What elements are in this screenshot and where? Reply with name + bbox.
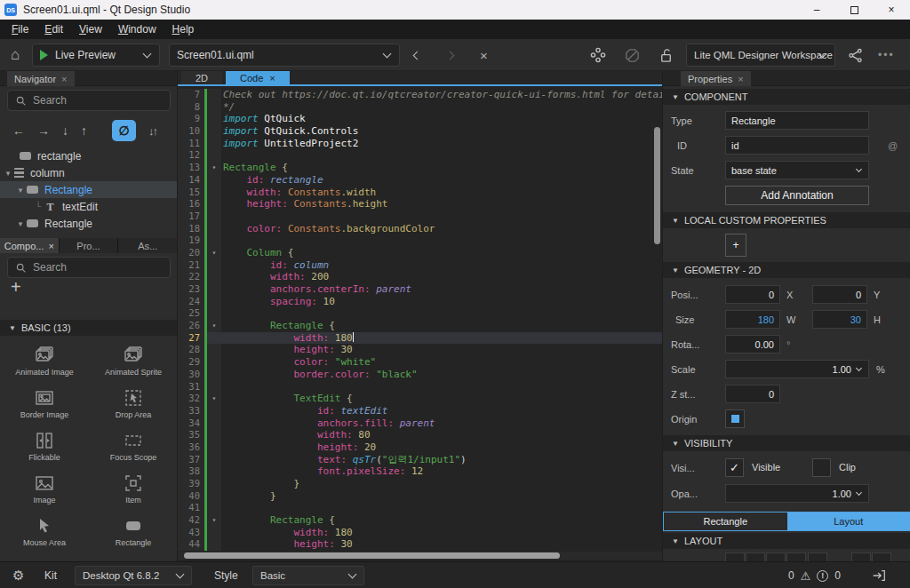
scrollbar-thumb[interactable] (184, 552, 560, 559)
expander-icon[interactable]: ▾ (14, 186, 27, 195)
filter-toggle-button[interactable]: ∅ (112, 120, 136, 141)
code-line-38[interactable]: 38 font.pixelSize: 12 (178, 465, 662, 478)
tree-item-rectangle[interactable]: rectangle (0, 147, 178, 164)
code-line-36[interactable]: 36 height: 20 (178, 441, 662, 454)
close-icon[interactable]: × (738, 74, 743, 84)
file-selector-dropdown[interactable]: Screen01.ui.qml (169, 44, 400, 67)
tree-item-rectangle[interactable]: ▾Rectangle (0, 215, 178, 232)
component-flickable[interactable]: Flickable (0, 425, 89, 467)
code-line-28[interactable]: 28 height: 30 (178, 344, 662, 356)
components-search-input[interactable]: Search (7, 257, 171, 278)
anchor-button-4[interactable] (808, 552, 827, 561)
code-line-19[interactable]: 19 (178, 234, 662, 247)
more-options-button[interactable]: ••• (878, 39, 895, 71)
tab-layout[interactable]: Layout (787, 513, 910, 530)
component-focus-scope[interactable]: Focus Scope (89, 425, 178, 467)
add-custom-property-button[interactable]: + (725, 234, 746, 257)
anchor-button-5[interactable] (851, 552, 871, 561)
local-custom-properties-header[interactable]: ▼ LOCAL CUSTOM PROPERTIES (663, 212, 910, 228)
component-drop-area[interactable]: Drop Area (89, 382, 178, 425)
vertical-scrollbar-thumb[interactable] (654, 127, 660, 244)
tab-rectangle[interactable]: Rectangle (664, 513, 787, 530)
components-button[interactable] (589, 39, 607, 71)
code-line-16[interactable]: 16 height: Constants.height (178, 198, 662, 211)
close-icon[interactable]: × (61, 74, 67, 84)
code-line-32[interactable]: 32▾ TextEdit { (178, 393, 662, 405)
share-button[interactable] (847, 39, 864, 71)
code-line-11[interactable]: 11import UntitledProject2 (178, 138, 662, 150)
anchor-button-6[interactable] (872, 552, 891, 561)
visibility-section-header[interactable]: ▼ VISIBILITY (663, 435, 910, 451)
basic-section-header[interactable]: ▼ BASIC (13) (0, 320, 177, 336)
code-line-23[interactable]: 23 anchors.centerIn: parent (178, 283, 662, 296)
forward-button[interactable] (447, 39, 453, 71)
output-pane-button[interactable] (871, 562, 887, 588)
move-down-icon[interactable]: ↓ (62, 123, 68, 138)
state-dropdown[interactable]: base state (725, 161, 869, 179)
menu-edit[interactable]: Edit (36, 20, 71, 39)
menu-view[interactable]: View (71, 20, 110, 39)
navigator-search-input[interactable]: Search (7, 90, 171, 111)
tab-pro[interactable]: Pro... (60, 238, 119, 253)
workspace-dropdown[interactable]: Lite QML Designer Workspace (686, 44, 835, 67)
component-animated-image[interactable]: Animated Image (0, 339, 89, 382)
fold-marker-icon[interactable]: ▾ (207, 514, 221, 527)
code-line-35[interactable]: 35 width: 80 (178, 429, 662, 441)
id-field[interactable]: id (725, 136, 869, 155)
code-line-15[interactable]: 15 width: Constants.width (178, 187, 662, 199)
visible-checkbox[interactable]: ✓ (725, 458, 744, 477)
code-line-14[interactable]: 14 id: rectangle (178, 174, 662, 187)
horizontal-scrollbar[interactable] (178, 552, 662, 560)
code-line-30[interactable]: 30 border.color: "black" (178, 369, 662, 381)
live-preview-dropdown[interactable]: Live Preview (32, 44, 160, 67)
code-line-9[interactable]: 9import QtQuick (178, 113, 662, 125)
tab-as[interactable]: As... (118, 238, 178, 253)
close-button[interactable]: × (873, 0, 910, 20)
code-line-10[interactable]: 10import QtQuick.Controls (178, 125, 662, 138)
tree-item-rectangle[interactable]: ▾Rectangle (0, 181, 178, 198)
geometry-section-header[interactable]: ▼ GEOMETRY - 2D (663, 262, 910, 278)
scale-dropdown[interactable]: 1.00 (725, 360, 869, 378)
clip-checkbox[interactable] (812, 458, 831, 477)
reverse-order-icon[interactable]: ↓↑ (148, 124, 156, 138)
component-mouse-area[interactable]: Mouse Area (0, 510, 89, 552)
size-width-field[interactable]: 180 (725, 310, 780, 329)
code-line-40[interactable]: 40 } (178, 490, 662, 503)
menu-file[interactable]: File (4, 20, 36, 39)
code-line-34[interactable]: 34 anchors.fill: parent (178, 417, 662, 430)
code-line-18[interactable]: 18 color: Constants.backgroundColor (178, 223, 662, 235)
anchor-button-3[interactable] (786, 552, 806, 561)
code-line-13[interactable]: 13▾Rectangle { (178, 162, 662, 174)
fold-marker-icon[interactable]: ▾ (207, 162, 221, 174)
code-editor-lines[interactable]: 7Check out https://doc.qt.io/qtcreator/c… (178, 89, 662, 551)
z-stack-field[interactable]: 0 (725, 385, 780, 403)
tree-item-column[interactable]: ▾column (0, 164, 178, 181)
tab-properties[interactable]: Properties × (681, 71, 751, 86)
maximize-button[interactable] (835, 0, 873, 20)
component-section-header[interactable]: ▼ COMPONENT (663, 89, 910, 105)
kit-dropdown[interactable]: Desktop Qt 6.8.2 (75, 566, 192, 585)
position-y-field[interactable]: 0 (812, 285, 867, 304)
origin-button[interactable] (725, 409, 745, 428)
size-height-field[interactable]: 30 (812, 310, 867, 329)
menu-window[interactable]: Window (110, 20, 164, 39)
add-annotation-button[interactable]: Add Annotation (725, 186, 869, 205)
move-left-icon[interactable]: ← (12, 123, 25, 138)
tree-item-textedit[interactable]: └TtextEdit (0, 198, 178, 215)
component-item[interactable]: Item (89, 467, 178, 510)
layout-section-header[interactable]: ▼ LAYOUT (663, 533, 910, 549)
menu-help[interactable]: Help (164, 20, 203, 39)
lock-button[interactable] (658, 39, 675, 71)
move-up-icon[interactable]: ↑ (81, 123, 87, 138)
code-line-7[interactable]: 7Check out https://doc.qt.io/qtcreator/c… (178, 89, 662, 101)
tab-code[interactable]: Code × (226, 71, 290, 84)
code-line-22[interactable]: 22 width: 200 (178, 271, 662, 283)
code-line-44[interactable]: 44 height: 30 (178, 538, 662, 551)
minimize-button[interactable]: – (798, 0, 835, 20)
fold-marker-icon[interactable]: ▾ (207, 247, 221, 259)
code-line-25[interactable]: 25 (178, 307, 662, 320)
code-line-43[interactable]: 43 width: 180 (178, 527, 662, 539)
move-right-icon[interactable]: → (37, 123, 50, 138)
anchor-button-0[interactable] (725, 552, 745, 561)
annotation-at-icon[interactable]: @ (888, 136, 898, 155)
